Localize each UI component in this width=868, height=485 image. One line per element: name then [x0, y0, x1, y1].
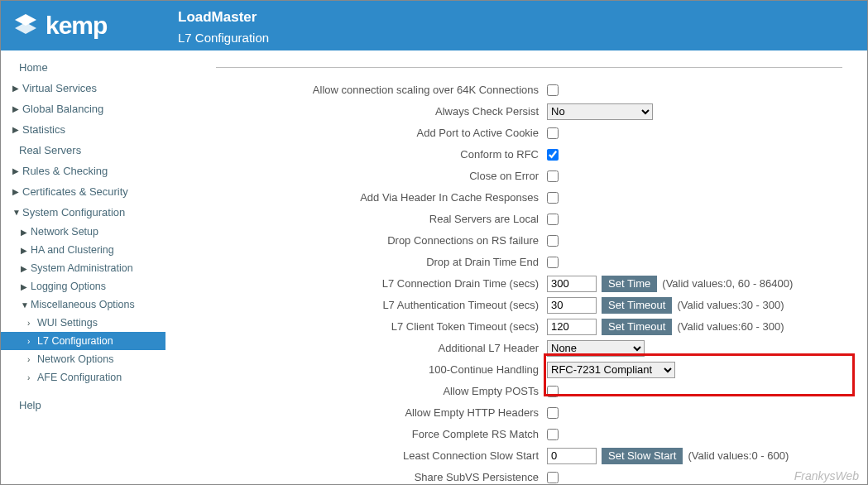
caret-right-icon: ▶ [21, 246, 27, 255]
label-token-timeout: L7 Client Token Timeout (secs) [166, 320, 547, 333]
input-slow-start[interactable] [547, 448, 597, 464]
brand-logo: kemp [1, 1, 166, 50]
label-empty-headers: Allow Empty HTTP Headers [166, 406, 547, 419]
sidebar: Home ▶Virtual Services ▶Global Balancing… [1, 50, 166, 485]
caret-right-icon: ▶ [21, 228, 27, 237]
caret-right-icon: ▶ [12, 125, 19, 134]
label-close-on-error: Close on Error [166, 170, 547, 182]
checkbox-empty-headers[interactable] [547, 407, 559, 419]
nav-network-options[interactable]: ›Network Options [1, 350, 165, 368]
checkbox-drop-rs-failure[interactable] [547, 235, 559, 247]
input-drain-time[interactable] [547, 276, 597, 292]
nav-real-servers[interactable]: Real Servers [1, 140, 165, 161]
nav-system-configuration[interactable]: ▼System Configuration [1, 202, 165, 223]
nav-help[interactable]: Help [1, 395, 165, 415]
kemp-icon [12, 12, 39, 39]
chevron-right-icon: › [27, 373, 34, 382]
checkbox-allow-64k[interactable] [547, 84, 559, 96]
product-title: LoadMaster [178, 6, 269, 29]
label-auth-timeout: L7 Authentication Timeout (secs) [166, 299, 547, 311]
nav-afe-configuration[interactable]: ›AFE Configuration [1, 368, 165, 387]
select-100-continue[interactable]: RFC-7231 Compliant [547, 362, 675, 378]
nav-wui-settings[interactable]: ›WUI Settings [1, 314, 165, 332]
caret-right-icon: ▶ [12, 104, 19, 113]
caret-down-icon: ▼ [12, 208, 19, 217]
label-additional-l7-header: Additional L7 Header [166, 342, 547, 354]
nav-ha-clustering[interactable]: ▶HA and Clustering [1, 241, 165, 259]
hint-drain-time: (Valid values:0, 60 - 86400) [662, 277, 793, 290]
divider [216, 67, 842, 68]
header-titles: LoadMaster L7 Configuration [166, 1, 281, 50]
hint-slow-start: (Valid values:0 - 600) [688, 449, 789, 462]
select-always-check-persist[interactable]: No [547, 103, 653, 120]
caret-down-icon: ▼ [21, 300, 27, 310]
label-drain-time: L7 Connection Drain Time (secs) [166, 277, 547, 290]
checkbox-conform-rfc[interactable] [547, 149, 559, 161]
main-panel: Allow connection scaling over 64K Connec… [166, 50, 867, 485]
button-set-timeout-auth[interactable]: Set Timeout [602, 297, 672, 314]
chevron-right-icon: › [27, 319, 34, 328]
button-set-slow-start[interactable]: Set Slow Start [602, 448, 683, 464]
label-force-rs-match: Force Complete RS Match [166, 428, 547, 440]
label-drop-drain-end: Drop at Drain Time End [166, 256, 547, 268]
page-title: L7 Configuration [178, 29, 269, 46]
nav-rules-checking[interactable]: ▶Rules & Checking [1, 161, 165, 181]
brand-text: kemp [46, 12, 107, 40]
nav-network-setup[interactable]: ▶Network Setup [1, 223, 165, 241]
checkbox-add-port[interactable] [547, 127, 559, 139]
caret-right-icon: ▶ [12, 84, 19, 93]
caret-right-icon: ▶ [12, 166, 19, 175]
label-empty-posts: Allow Empty POSTs [166, 385, 547, 397]
checkbox-share-subvs[interactable] [547, 472, 559, 483]
checkbox-empty-posts[interactable] [547, 386, 559, 397]
watermark: FrankysWeb [794, 469, 859, 483]
caret-right-icon: ▶ [21, 264, 27, 273]
label-always-check-persist: Always Check Persist [166, 105, 547, 118]
chevron-right-icon: › [27, 355, 34, 364]
label-share-subvs: Share SubVS Persistence [166, 471, 547, 483]
nav-misc-options[interactable]: ▼Miscellaneous Options [1, 295, 165, 314]
label-add-port: Add Port to Active Cookie [166, 127, 547, 139]
nav-certificates-security[interactable]: ▶Certificates & Security [1, 181, 165, 202]
checkbox-add-via-header[interactable] [547, 192, 559, 204]
label-add-via-header: Add Via Header In Cache Responses [166, 191, 547, 204]
checkbox-rs-local[interactable] [547, 214, 559, 225]
nav-l7-configuration[interactable]: ›L7 Configuration [1, 332, 165, 350]
chevron-right-icon: › [27, 337, 34, 346]
hint-token-timeout: (Valid values:60 - 300) [677, 320, 784, 333]
nav-statistics[interactable]: ▶Statistics [1, 119, 165, 140]
nav-global-balancing[interactable]: ▶Global Balancing [1, 98, 165, 119]
label-drop-rs-failure: Drop Connections on RS failure [166, 234, 547, 247]
svg-marker-1 [15, 22, 36, 34]
nav-virtual-services[interactable]: ▶Virtual Services [1, 78, 165, 98]
hint-auth-timeout: (Valid values:30 - 300) [677, 299, 784, 311]
caret-right-icon: ▶ [12, 187, 19, 196]
label-rs-local: Real Servers are Local [166, 213, 547, 225]
caret-right-icon: ▶ [21, 282, 27, 291]
button-set-timeout-token[interactable]: Set Timeout [602, 319, 672, 335]
nav-system-administration[interactable]: ▶System Administration [1, 259, 165, 277]
label-100-continue: 100-Continue Handling [166, 363, 547, 376]
label-conform-rfc: Conform to RFC [166, 148, 547, 161]
checkbox-drop-drain-end[interactable] [547, 257, 559, 268]
checkbox-force-rs-match[interactable] [547, 429, 559, 440]
checkbox-close-on-error[interactable] [547, 170, 559, 182]
header: kemp LoadMaster L7 Configuration [1, 1, 867, 50]
nav-home[interactable]: Home [1, 57, 165, 78]
button-set-time[interactable]: Set Time [602, 276, 657, 292]
nav-logging-options[interactable]: ▶Logging Options [1, 277, 165, 295]
select-additional-l7-header[interactable]: None [547, 340, 645, 357]
label-allow-64k: Allow connection scaling over 64K Connec… [166, 84, 547, 96]
label-slow-start: Least Connection Slow Start [166, 449, 547, 462]
input-token-timeout[interactable] [547, 319, 597, 335]
input-auth-timeout[interactable] [547, 297, 597, 314]
